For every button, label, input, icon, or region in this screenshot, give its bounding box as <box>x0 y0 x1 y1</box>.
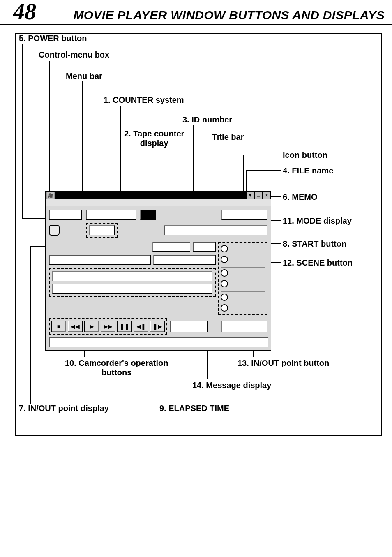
leader <box>243 155 244 191</box>
scene-button-group <box>218 242 267 315</box>
label-elapsed-time: 9. ELAPSED TIME <box>159 404 229 413</box>
radio-icon[interactable] <box>221 269 228 277</box>
label-power: 5. POWER button <box>19 34 87 43</box>
label-scene-button: 12. SCENE button <box>283 258 353 268</box>
elapsed-time-box <box>170 321 208 332</box>
menu-item[interactable] <box>51 201 52 205</box>
label-mode-display: 11. MODE display <box>283 216 352 226</box>
radio-icon[interactable] <box>221 256 228 263</box>
control-menu-box[interactable]: 🎥 <box>46 192 55 199</box>
rewind-button[interactable]: ◀◀ <box>68 321 83 332</box>
inout-point-button[interactable] <box>221 321 267 332</box>
leader <box>243 155 281 155</box>
menu-item[interactable] <box>74 201 76 205</box>
leader <box>82 81 83 198</box>
ffwd-button[interactable]: ▶▶ <box>101 321 115 332</box>
pause-button[interactable]: ❚❚ <box>117 321 132 332</box>
camcorder-op-buttons: ■ ◀◀ ▶ ▶▶ ❚❚ ◀❚ ❚▶ <box>49 318 167 335</box>
message-display-box <box>49 337 268 347</box>
start-display <box>49 255 151 265</box>
leader <box>224 142 224 192</box>
step-fwd-button[interactable]: ❚▶ <box>150 321 165 332</box>
page-header: 48 MOVIE PLAYER WINDOW BUTTONS AND DISPL… <box>0 0 392 25</box>
page-title: MOVIE PLAYER WINDOW BUTTONS AND DISPLAYS <box>49 4 385 27</box>
label-menu-bar: Menu bar <box>66 72 102 81</box>
label-file-name: 4. FILE name <box>283 166 333 176</box>
menu-bar[interactable] <box>46 199 271 206</box>
leader <box>270 196 281 197</box>
label-message-display: 14. Message display <box>192 381 271 390</box>
menu-item[interactable] <box>62 201 64 205</box>
leader <box>30 246 47 247</box>
label-inout-display: 7. IN/OUT point display <box>19 404 109 413</box>
label-camcorder-ops: 10. Camcorder's operation buttons <box>65 358 168 377</box>
close-icon[interactable]: ✕ <box>263 192 271 199</box>
minimize-icon[interactable]: ▾ <box>246 192 254 199</box>
leader <box>22 218 47 219</box>
leader <box>246 170 281 171</box>
radio-icon[interactable] <box>221 294 228 301</box>
label-inout-button: 13. IN/OUT point button <box>238 358 329 368</box>
label-tape-counter: 2. Tape counter display <box>124 129 184 148</box>
leader <box>193 125 194 201</box>
mode-display-box <box>152 242 190 252</box>
stop-button[interactable]: ■ <box>51 321 66 332</box>
label-control-menu: Control-menu box <box>39 50 109 60</box>
radio-icon[interactable] <box>221 304 228 312</box>
leader <box>120 106 121 202</box>
radio-icon[interactable] <box>221 245 228 252</box>
counter-group <box>86 223 118 238</box>
power-button[interactable] <box>49 225 60 236</box>
maximize-icon[interactable]: □ <box>254 192 263 199</box>
page-number: 48 <box>13 0 36 23</box>
mode-aux-box <box>193 242 216 252</box>
label-counter-system: 1. COUNTER system <box>104 95 184 105</box>
diagram-frame: 5. POWER button Control-menu box Menu ba… <box>15 33 382 436</box>
tape-counter-box <box>86 210 136 220</box>
label-title-bar: Title bar <box>212 132 244 142</box>
file-name-box <box>221 210 267 220</box>
title-bar: 🎥 ▾ □ ✕ <box>46 191 271 199</box>
id-number-box <box>140 210 156 220</box>
leader <box>49 61 50 192</box>
leader <box>30 246 31 404</box>
start-button-box[interactable] <box>153 255 216 265</box>
label-memo: 6. MEMO <box>283 192 317 202</box>
memo-box[interactable] <box>164 225 267 235</box>
step-back-button[interactable]: ◀❚ <box>134 321 148 332</box>
play-button[interactable]: ▶ <box>84 321 99 332</box>
leader <box>22 44 23 218</box>
counter-system-box <box>49 210 82 220</box>
label-start-button: 8. START button <box>283 239 346 249</box>
label-id-number: 3. ID number <box>182 115 232 125</box>
menu-item[interactable] <box>86 201 87 205</box>
radio-icon[interactable] <box>221 280 228 287</box>
label-icon-button: Icon button <box>283 150 327 160</box>
movie-player-window: 🎥 ▾ □ ✕ <box>45 191 271 351</box>
inout-point-display <box>49 268 216 297</box>
